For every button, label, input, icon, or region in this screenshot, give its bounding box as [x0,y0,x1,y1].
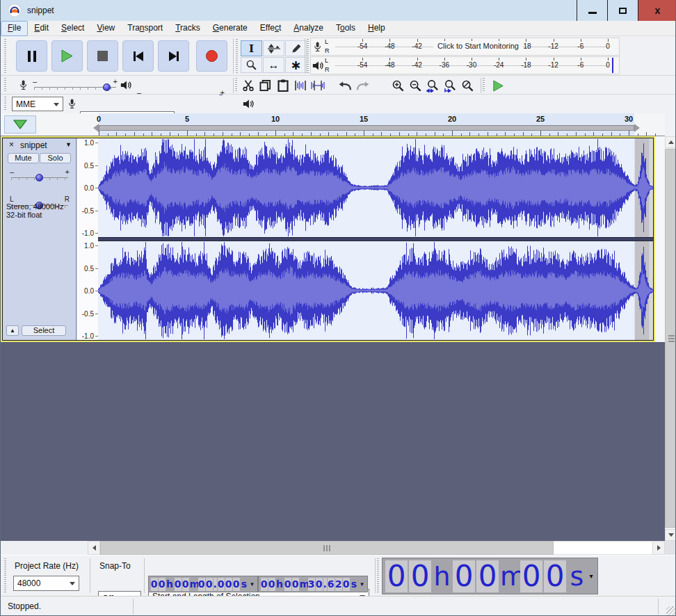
selection-tool-button[interactable]: I [241,40,262,56]
device-toolbar-grip[interactable] [4,97,6,111]
resize-grip[interactable] [666,606,675,615]
record-button[interactable] [196,40,227,72]
solo-button[interactable]: Solo [40,153,71,163]
silence-audio-button[interactable] [309,78,325,93]
transport-toolbar-grip[interactable] [4,39,6,73]
collapse-track-button[interactable]: ▲ [6,325,19,336]
skip-to-end-button[interactable] [158,40,189,72]
toolbar-separator [233,38,234,74]
ruler-number: 20 [448,115,456,123]
stop-button[interactable] [87,40,118,72]
selection-length-field[interactable]: 00h00m30.620s▾ [258,576,368,592]
play-button[interactable] [51,40,83,72]
menu-help[interactable]: Help [362,21,392,36]
waveform-channel-left[interactable] [98,138,653,237]
amp-scale-label: -0.5 [82,309,94,317]
menu-view[interactable]: View [90,21,121,36]
meter-monitoring-overlay[interactable]: Click to Start Monitoring [433,41,523,51]
copy-button[interactable] [257,78,273,93]
menu-generate[interactable]: Generate [207,21,254,36]
track-menu-chevron-icon[interactable]: ▼ [65,141,72,148]
redo-button[interactable] [355,78,371,93]
vertical-scrollbar-thumb[interactable] [665,149,676,528]
time-toolbar-grip[interactable] [377,558,379,593]
menu-select[interactable]: Select [55,21,90,36]
skip-to-start-button[interactable] [122,40,154,72]
time-shift-tool-button[interactable]: ↔ [263,57,284,73]
playback-meter[interactable]: LR-54-48-42-36-30-24-18-12-60 [310,56,620,74]
play-at-speed-grip[interactable] [483,78,485,92]
meter-toolbar-grip[interactable] [307,39,309,73]
tools-toolbar-grip[interactable] [236,39,238,73]
status-bar: Stopped. [1,596,676,616]
zoom-tool-button[interactable] [241,57,262,73]
device-toolbar: MME Speakers (High Definition [1,95,676,113]
mixer-toolbar-grip[interactable] [4,78,6,92]
horizontal-scrollbar-thumb[interactable] [100,541,554,555]
meter-db-label: -36 [440,61,449,69]
menu-edit[interactable]: Edit [28,21,55,36]
maximize-button[interactable] [607,0,638,21]
track-select-button[interactable]: Select [22,325,66,336]
pause-button[interactable] [16,40,47,72]
amp-scale-label: 0.5 [84,161,94,169]
meter-db-label: -42 [412,61,421,69]
audio-host-select[interactable]: MME [12,97,63,111]
close-button[interactable]: x [638,0,676,21]
fit-project-button[interactable] [442,78,458,93]
zoom-in-button[interactable] [390,78,406,93]
menu-file[interactable]: File [1,21,28,36]
scroll-left-button[interactable] [88,541,100,555]
track-title[interactable]: snippet [20,140,47,150]
zoom-toggle-button[interactable] [460,78,476,93]
menu-effect[interactable]: Effect [254,21,287,36]
scroll-right-button[interactable] [652,541,665,555]
waveform-channel-right[interactable] [98,241,653,340]
status-divider [133,599,134,615]
meter-db-label: 0 [606,61,610,69]
meter-channel-label: L [325,57,328,64]
track-control-panel: × snippet ▼ Mute Solo –+ LR Stereo, 4800… [3,138,77,340]
ruler-selection-bar[interactable] [99,125,634,131]
draw-tool-button[interactable] [285,40,307,56]
meter-channel-label: R [325,66,330,73]
multi-tool-button[interactable]: ∗ [285,57,307,73]
play-at-speed-button[interactable] [488,78,508,93]
undo-button[interactable] [337,78,353,93]
meter-db-label: -30 [467,61,476,69]
selection-bar-left-arrow-icon[interactable] [93,124,99,132]
ruler-number: 10 [271,115,280,123]
paste-button[interactable] [275,78,291,93]
recording-volume-slider[interactable]: –+ [33,80,118,91]
selection-bar-right-arrow-icon[interactable] [634,124,640,132]
selection-toolbar-grip[interactable] [4,558,6,593]
audio-position-counter[interactable]: 00h00m00s▾ [382,558,598,594]
horizontal-scrollbar[interactable] [1,541,676,555]
toolbar-separator [144,558,145,593]
timeline-options-button[interactable] [4,115,36,133]
status-divider [658,599,659,615]
scroll-up-button[interactable] [665,136,676,148]
recording-meter[interactable]: LR-54-48-42-36-30-24-18-12-60Click to St… [310,38,620,56]
timeline-ruler[interactable]: 051015202530 [1,113,665,136]
trim-audio-button[interactable] [292,78,308,93]
track-close-icon[interactable]: × [6,140,17,150]
menu-tools[interactable]: Tools [330,21,362,36]
toolbar-separator [375,558,376,593]
project-rate-select[interactable]: 48000 [13,576,79,591]
selection-start-field[interactable]: 00h00m00.000s▾ [148,576,258,592]
envelope-tool-button[interactable] [263,40,284,56]
edit-toolbar-grip[interactable] [235,78,237,92]
minimize-button[interactable] [577,0,607,21]
menu-tracks[interactable]: Tracks [169,21,207,36]
menu-analyze[interactable]: Analyze [287,21,330,36]
cut-button[interactable] [240,78,256,93]
mute-button[interactable]: Mute [8,153,39,163]
scroll-down-button[interactable] [665,529,676,541]
fit-selection-button[interactable] [425,78,441,93]
vertical-scrollbar[interactable] [665,136,676,541]
title-bar: snippet x [1,0,676,21]
menu-transport[interactable]: Transport [121,21,169,36]
gain-slider[interactable]: –+ [10,170,70,181]
zoom-out-button[interactable] [408,78,424,93]
